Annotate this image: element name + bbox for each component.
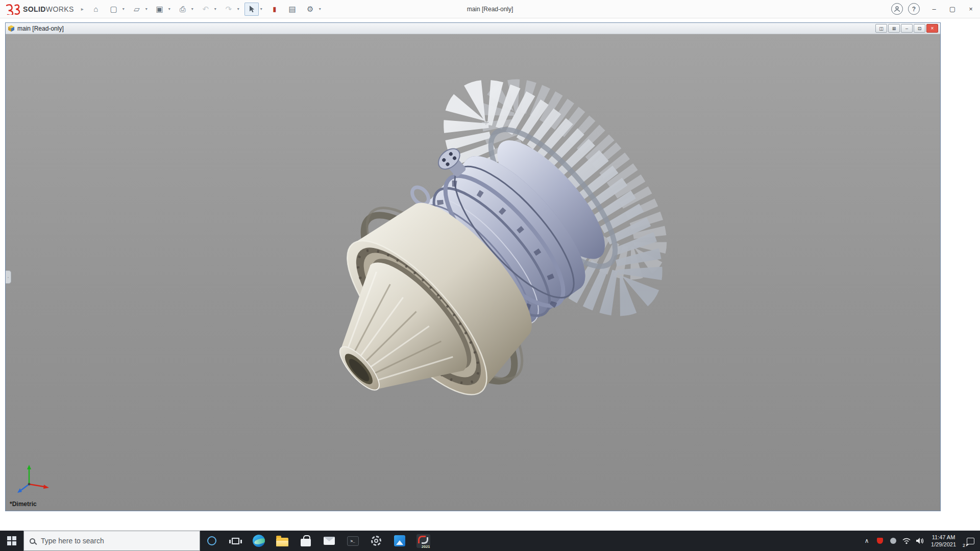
record-macro-button[interactable]: ▮ <box>267 3 282 16</box>
doc-tile-button[interactable]: ⊞ <box>888 24 900 33</box>
maximize-icon: ▢ <box>949 5 955 13</box>
antivirus-tray-button[interactable] <box>873 531 887 551</box>
dropdown-caret[interactable]: ▾ <box>167 7 172 11</box>
solidworks-logo: SOLIDWORKS <box>0 4 74 15</box>
brand-solid: SOLID <box>23 5 46 13</box>
view-orientation-label: *Dimetric <box>10 500 37 508</box>
notification-icon <box>967 538 974 544</box>
doc-restore-button[interactable]: ⊡ <box>914 24 925 33</box>
solidworks-icon: 2021 <box>416 534 430 548</box>
cortana-button[interactable] <box>200 531 224 551</box>
windows-logo-icon <box>7 536 16 545</box>
save-button[interactable]: ▣ <box>153 3 167 16</box>
dropdown-caret[interactable]: ▾ <box>259 7 264 11</box>
open-icon: ▱ <box>134 5 140 14</box>
new-document-icon: ▢ <box>110 5 117 14</box>
dropdown-caret[interactable]: ▾ <box>213 7 218 11</box>
design-binder-icon: ▤ <box>289 5 296 14</box>
system-tray: ∧ 11:47 AM 1/29/2021 <box>860 531 980 551</box>
tile-windows-icon: ⊞ <box>892 26 896 31</box>
close-button[interactable]: × <box>962 0 980 18</box>
doc-new-window-button[interactable]: ◫ <box>875 24 887 33</box>
maximize-button[interactable]: ▢ <box>943 0 962 18</box>
document-titlebar[interactable]: main [Read-only] ◫ ⊞ – ⊡ × <box>6 23 940 34</box>
doc-minimize-icon: – <box>905 26 908 31</box>
doc-close-icon: × <box>931 26 934 31</box>
dropdown-caret[interactable]: ▾ <box>121 7 126 11</box>
user-icon <box>894 6 900 12</box>
solidworks-taskbar-button[interactable]: 2021 <box>411 531 435 551</box>
redo-button[interactable]: ↷ <box>222 3 236 16</box>
select-tool-button[interactable] <box>244 3 259 16</box>
minimize-button[interactable]: – <box>925 0 943 18</box>
network-tray-button[interactable] <box>900 531 913 551</box>
tray-chevron-button[interactable]: ∧ <box>860 531 873 551</box>
open-button[interactable]: ▱ <box>130 3 144 16</box>
settings-button[interactable] <box>364 531 388 551</box>
speaker-icon <box>916 537 924 544</box>
taskbar-clock[interactable]: 11:47 AM 1/29/2021 <box>926 534 961 548</box>
graphics-area[interactable]: *Dimetric ◦ <box>6 34 940 511</box>
doc-close-button[interactable]: × <box>926 24 938 33</box>
terminal-button[interactable]: >_ <box>341 531 364 551</box>
dropdown-caret[interactable]: ▾ <box>317 7 323 11</box>
start-button[interactable] <box>0 531 23 551</box>
task-view-button[interactable] <box>224 531 247 551</box>
app-window-title: main [Read-only] <box>467 6 513 13</box>
3ds-logo-icon <box>5 4 20 15</box>
home-button[interactable]: ⌂ <box>89 3 103 16</box>
featuremanager-collapse-tab[interactable]: ◦ <box>6 270 11 284</box>
action-center-button[interactable]: 2 <box>961 531 980 551</box>
photos-icon <box>394 535 405 546</box>
file-explorer-button[interactable] <box>271 531 294 551</box>
dropdown-caret[interactable]: ▾ <box>236 7 241 11</box>
antivirus-shield-icon <box>877 538 883 544</box>
home-icon: ⌂ <box>93 5 98 13</box>
doc-minimize-button[interactable]: – <box>901 24 913 33</box>
clock-date: 1/29/2021 <box>931 541 956 548</box>
taskbar-search[interactable] <box>23 531 200 551</box>
user-account-button[interactable] <box>891 3 903 15</box>
record-macro-icon: ▮ <box>273 5 276 13</box>
dropdown-caret[interactable]: ▾ <box>190 7 195 11</box>
photos-button[interactable] <box>388 531 411 551</box>
brand-works: WORKS <box>46 5 74 13</box>
document-window: main [Read-only] ◫ ⊞ – ⊡ × <box>5 22 941 511</box>
volume-tray-button[interactable] <box>913 531 926 551</box>
new-document-button[interactable]: ▢ <box>107 3 121 16</box>
redo-icon: ↷ <box>225 5 232 14</box>
dropdown-caret[interactable]: ▾ <box>144 7 149 11</box>
meet-now-icon <box>890 538 896 544</box>
help-button[interactable]: ? <box>908 3 920 15</box>
settings-gear-icon <box>371 536 381 546</box>
store-button[interactable] <box>294 531 317 551</box>
design-binder-button[interactable]: ▤ <box>285 3 300 16</box>
search-input[interactable] <box>40 536 194 545</box>
windows-taskbar: >_ 2021 ∧ <box>0 531 980 551</box>
terminal-icon: >_ <box>347 536 359 546</box>
mail-button[interactable] <box>317 531 341 551</box>
assembly-cube-icon <box>8 25 15 32</box>
toolbar-flyout-arrow[interactable]: ▸ <box>81 6 84 12</box>
document-title: main [Read-only] <box>17 25 64 32</box>
print-button[interactable]: ⎙ <box>176 3 190 16</box>
notification-badge: 2 <box>963 543 965 548</box>
clock-time: 11:47 AM <box>932 534 955 541</box>
edge-icon <box>253 535 265 547</box>
undo-button[interactable]: ↶ <box>199 3 213 16</box>
print-icon: ⎙ <box>180 5 186 14</box>
file-explorer-icon <box>276 538 288 546</box>
document-window-controls: ◫ ⊞ – ⊡ × <box>875 24 938 33</box>
chevron-up-icon: ∧ <box>865 537 869 544</box>
cortana-icon <box>207 536 216 545</box>
orientation-triad[interactable] <box>16 463 53 494</box>
save-icon: ▣ <box>156 5 163 14</box>
options-gear-icon: ⚙ <box>307 5 313 14</box>
app-titlebar: SOLIDWORKS ▸ ⌂ ▢ ▾ ▱ ▾ ▣ ▾ ⎙ ▾ <box>0 0 980 18</box>
edge-button[interactable] <box>247 531 271 551</box>
options-button[interactable]: ⚙ <box>303 3 317 16</box>
meet-now-tray-button[interactable] <box>887 531 900 551</box>
jet-engine-model[interactable] <box>6 34 940 511</box>
task-view-icon <box>232 538 239 544</box>
select-cursor-icon <box>248 5 255 13</box>
